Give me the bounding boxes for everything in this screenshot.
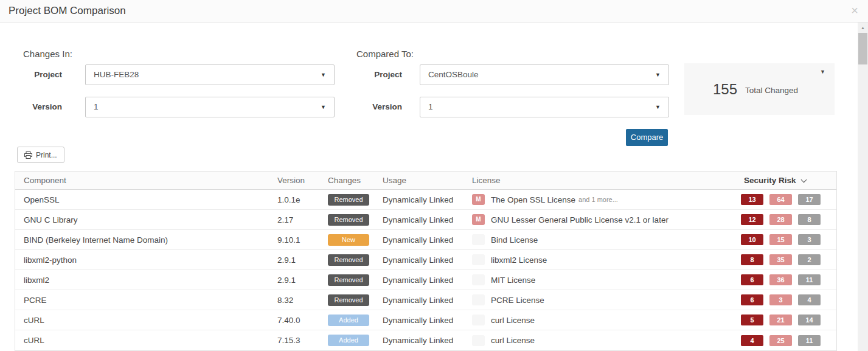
compared-to-version-select[interactable]: 1 ▼ bbox=[420, 97, 669, 117]
component-version: 2.9.1 bbox=[277, 276, 328, 285]
license-badge bbox=[472, 294, 485, 305]
component-name: OpenSSL bbox=[15, 195, 277, 204]
total-changed-count: 155 bbox=[713, 81, 737, 98]
license-name: MIT License bbox=[491, 276, 535, 285]
header-component[interactable]: Component bbox=[15, 176, 277, 185]
print-button[interactable]: Print... bbox=[17, 147, 64, 163]
risk-low-badge: 11 bbox=[798, 274, 821, 285]
risk-low-badge: 14 bbox=[798, 315, 821, 325]
change-badge: New bbox=[328, 234, 369, 246]
chevron-down-icon: ▼ bbox=[321, 103, 326, 111]
risk-high-badge: 5 bbox=[741, 315, 763, 325]
close-icon[interactable]: × bbox=[849, 0, 861, 21]
changes-in-project-label: Project bbox=[24, 70, 62, 79]
component-version: 2.9.1 bbox=[277, 255, 328, 265]
component-name: libxml2 bbox=[15, 276, 277, 285]
risk-high-badge: 6 bbox=[741, 274, 763, 285]
bom-comparison-table: Component Version Changes Usage License … bbox=[15, 171, 837, 351]
risk-high-badge: 6 bbox=[741, 294, 763, 305]
component-version: 7.15.3 bbox=[277, 336, 328, 345]
risk-medium-badge: 36 bbox=[769, 274, 792, 285]
changes-in-project-select[interactable]: HUB-FEB28 ▼ bbox=[85, 64, 335, 85]
change-badge: Removed bbox=[328, 254, 369, 266]
license-badge bbox=[472, 254, 485, 265]
change-badge: Added bbox=[328, 315, 369, 326]
vertical-scrollbar[interactable]: ▲ bbox=[858, 23, 868, 351]
component-name: cURL bbox=[15, 336, 277, 345]
chevron-down-icon: ▼ bbox=[655, 103, 661, 111]
component-name: GNU C Library bbox=[15, 215, 277, 224]
header-usage[interactable]: Usage bbox=[383, 176, 472, 185]
table-row[interactable]: cURL 7.40.0 Added Dynamically Linked cur… bbox=[15, 310, 836, 330]
table-row[interactable]: GNU C Library 2.17 Removed Dynamically L… bbox=[15, 210, 836, 230]
risk-medium-badge: 35 bbox=[769, 254, 792, 265]
table-row[interactable]: cURL 7.15.3 Added Dynamically Linked cur… bbox=[15, 330, 836, 350]
license-badge: M bbox=[472, 214, 485, 225]
header-license[interactable]: License bbox=[472, 176, 744, 185]
table-row[interactable]: libxml2 2.9.1 Removed Dynamically Linked… bbox=[15, 270, 836, 290]
risk-low-badge: 3 bbox=[798, 234, 821, 245]
component-version: 2.17 bbox=[277, 215, 328, 224]
risk-low-badge: 17 bbox=[798, 194, 821, 205]
change-badge: Added bbox=[328, 335, 369, 346]
component-version: 8.32 bbox=[277, 296, 328, 305]
license-name: GNU Lesser General Public License v2.1 o… bbox=[491, 215, 668, 224]
license-name: libxml2 License bbox=[491, 255, 547, 265]
license-badge bbox=[472, 274, 485, 285]
page-title: Project BOM Comparison bbox=[9, 0, 126, 22]
license-name: curl License bbox=[491, 316, 535, 325]
compared-to-version-label: Version bbox=[359, 102, 402, 111]
chevron-down-icon[interactable]: ▼ bbox=[820, 69, 825, 75]
license-more-link[interactable]: and 1 more... bbox=[578, 196, 618, 203]
risk-medium-badge: 3 bbox=[769, 294, 792, 305]
scrollbar-up-icon[interactable]: ▲ bbox=[858, 24, 868, 32]
component-name: libxml2-python bbox=[15, 255, 277, 265]
total-changed-label: Total Changed bbox=[745, 86, 798, 95]
table-row[interactable]: OpenSSL 1.0.1e Removed Dynamically Linke… bbox=[15, 190, 836, 210]
license-badge: M bbox=[472, 194, 485, 205]
compared-to-project-select[interactable]: CentOSBoule ▼ bbox=[420, 64, 669, 85]
header-changes[interactable]: Changes bbox=[328, 176, 383, 185]
risk-high-badge: 10 bbox=[741, 234, 763, 245]
license-badge bbox=[472, 234, 485, 245]
risk-low-badge: 11 bbox=[798, 335, 821, 346]
chevron-down-icon: ▼ bbox=[655, 71, 661, 78]
header-security-risk[interactable]: Security Risk bbox=[744, 176, 836, 185]
component-version: 7.40.0 bbox=[277, 316, 328, 325]
dialog-titlebar: Project BOM Comparison × bbox=[0, 0, 868, 23]
change-badge: Removed bbox=[328, 294, 369, 306]
risk-medium-badge: 25 bbox=[769, 335, 792, 346]
change-badge: Removed bbox=[328, 274, 369, 286]
table-row[interactable]: libxml2-python 2.9.1 Removed Dynamically… bbox=[15, 250, 836, 270]
change-badge: Removed bbox=[328, 194, 369, 206]
compared-to-project-label: Project bbox=[359, 70, 402, 79]
printer-icon bbox=[24, 151, 32, 159]
changes-in-version-value: 1 bbox=[94, 102, 99, 111]
license-badge bbox=[472, 315, 485, 325]
component-name: BIND (Berkeley Internet Name Domain) bbox=[15, 235, 277, 245]
changes-in-version-label: Version bbox=[24, 102, 62, 111]
license-name: PCRE License bbox=[491, 296, 544, 305]
risk-high-badge: 13 bbox=[741, 194, 763, 205]
total-changed-summary[interactable]: ▼ 155 Total Changed bbox=[684, 63, 835, 115]
usage-value: Dynamically Linked bbox=[383, 235, 472, 245]
license-name: Bind License bbox=[491, 235, 538, 245]
component-version: 1.0.1e bbox=[277, 195, 328, 204]
usage-value: Dynamically Linked bbox=[383, 195, 472, 204]
scrollbar-thumb[interactable] bbox=[858, 33, 867, 64]
table-row[interactable]: PCRE 8.32 Removed Dynamically Linked PCR… bbox=[15, 290, 836, 310]
risk-low-badge: 8 bbox=[798, 214, 821, 225]
component-name: PCRE bbox=[15, 296, 277, 305]
changes-in-project-value: HUB-FEB28 bbox=[94, 70, 139, 79]
print-button-label: Print... bbox=[36, 151, 57, 159]
chevron-down-icon: ▼ bbox=[321, 71, 326, 78]
bom-comparison-dialog: Project BOM Comparison × ▲ Changes In: P… bbox=[0, 0, 868, 351]
header-version[interactable]: Version bbox=[277, 176, 328, 185]
risk-medium-badge: 28 bbox=[769, 214, 792, 225]
compared-to-project-value: CentOSBoule bbox=[428, 70, 479, 79]
risk-medium-badge: 21 bbox=[769, 315, 792, 325]
risk-medium-badge: 15 bbox=[769, 234, 792, 245]
changes-in-version-select[interactable]: 1 ▼ bbox=[85, 97, 335, 117]
compare-button[interactable]: Compare bbox=[626, 129, 668, 146]
table-row[interactable]: BIND (Berkeley Internet Name Domain) 9.1… bbox=[15, 230, 836, 250]
